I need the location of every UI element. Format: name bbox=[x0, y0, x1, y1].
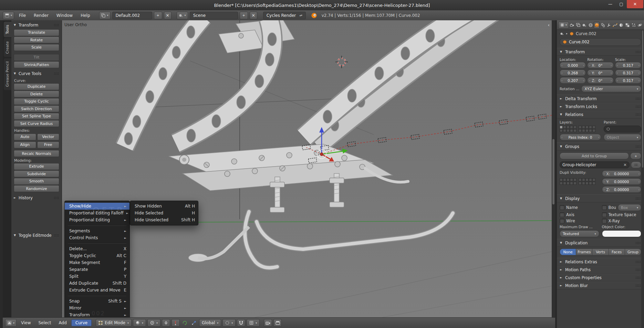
section-relations-header[interactable]: ▼ Relations bbox=[557, 110, 644, 118]
snap-element-selector[interactable]: ▾ bbox=[247, 319, 260, 327]
display-texture-space-checkbox[interactable]: Texture Space bbox=[602, 212, 642, 217]
unlink-group-icon[interactable]: ✕ bbox=[623, 162, 627, 167]
tab-particles[interactable] bbox=[631, 22, 636, 29]
set-spline-type-button[interactable]: Set Spline Type bbox=[14, 113, 59, 120]
parent-object-field[interactable] bbox=[604, 126, 641, 133]
mode-selector[interactable]: Edit Mode ▾ bbox=[96, 319, 132, 327]
shrink-fatten-button[interactable]: Shrink/Fatten bbox=[14, 61, 59, 68]
display-wire-checkbox[interactable]: Wire bbox=[560, 219, 599, 223]
parent-type-select[interactable]: Object ▾ bbox=[604, 134, 641, 141]
menu-item-add-duplicate[interactable]: Add Duplicate Shift D bbox=[65, 280, 129, 287]
scale-button[interactable]: Scale bbox=[14, 44, 59, 51]
screen-layout-delete-button[interactable]: ✕ bbox=[164, 12, 172, 19]
viewport-scrollbar[interactable] bbox=[552, 20, 555, 317]
panel-transform-header[interactable]: ▼ Transform bbox=[14, 21, 59, 29]
bounds-type-select[interactable]: Box ▾ bbox=[618, 204, 641, 211]
display-xray-checkbox[interactable]: X-Ray bbox=[602, 219, 642, 223]
layers-widget[interactable] bbox=[560, 126, 601, 133]
tab-render[interactable] bbox=[569, 22, 575, 29]
menu-item-proportional-editing-falloff[interactable]: Proportional Editing Falloff ► bbox=[65, 210, 129, 216]
opengl-render-button[interactable] bbox=[264, 319, 272, 327]
new-group-button[interactable]: ＋ bbox=[630, 152, 641, 159]
menu-view[interactable]: View bbox=[18, 319, 34, 326]
section-transform-locks-header[interactable]: ► Transform Locks bbox=[557, 103, 644, 110]
section-motion-paths-header[interactable]: ► Motion Paths bbox=[557, 266, 644, 274]
maximize-button[interactable]: ▢ bbox=[616, 0, 627, 8]
rotation-mode-select[interactable]: XYZ Euler ▾ bbox=[581, 85, 641, 92]
display-bounds-checkbox[interactable]: Bou bbox=[602, 205, 616, 210]
duplication-group-option[interactable]: Group bbox=[625, 249, 641, 255]
pivot-point-selector[interactable]: ▾ bbox=[147, 319, 160, 327]
manipulator-scale-toggle[interactable] bbox=[190, 319, 198, 326]
duplication-none-option[interactable]: None bbox=[560, 249, 576, 255]
panel-curve-tools-header[interactable]: ▼ Curve Tools bbox=[14, 70, 59, 77]
scrollbar-thumb[interactable] bbox=[642, 30, 643, 168]
location-x-field[interactable]: 0.000 bbox=[560, 62, 586, 68]
display-name-checkbox[interactable]: Name bbox=[560, 204, 599, 211]
tab-physics[interactable] bbox=[637, 22, 643, 29]
menu-add[interactable]: Add bbox=[56, 319, 70, 326]
tab-object-data[interactable] bbox=[612, 22, 618, 29]
duplication-faces-option[interactable]: Faces bbox=[609, 249, 625, 255]
scale-y-field[interactable]: 0.317 bbox=[615, 70, 641, 76]
handles-align-button[interactable]: Align bbox=[14, 141, 36, 148]
menu-item-show-hidden[interactable]: Show Hidden Alt H bbox=[130, 203, 198, 210]
menu-window[interactable]: Window bbox=[53, 12, 76, 19]
extrude-button[interactable]: Extrude bbox=[14, 163, 59, 170]
location-z-field[interactable]: 0.207 bbox=[560, 77, 586, 84]
editor-type-button[interactable]: ▾ bbox=[5, 319, 17, 327]
recalc-normals-button[interactable]: Recalc Normals bbox=[14, 150, 59, 157]
add-to-group-button[interactable]: Add to Group bbox=[560, 152, 629, 159]
section-duplication-header[interactable]: ▼ Duplication bbox=[557, 239, 644, 247]
smooth-button[interactable]: Smooth bbox=[14, 178, 59, 185]
scrollbar-thumb[interactable] bbox=[552, 139, 554, 204]
editor-type-button[interactable]: ▾ bbox=[3, 12, 14, 19]
menu-item-separate[interactable]: Separate P bbox=[65, 266, 129, 273]
randomize-button[interactable]: Randomize bbox=[14, 185, 59, 192]
handles-auto-button[interactable]: Auto bbox=[14, 134, 36, 140]
screen-layout-browse-button[interactable]: ▾ bbox=[99, 12, 111, 19]
tab-material[interactable] bbox=[619, 22, 624, 29]
menu-item-mirror[interactable]: Mirror ► bbox=[65, 305, 129, 311]
editor-type-button[interactable]: ▾ bbox=[558, 22, 569, 29]
scale-x-field[interactable]: 0.317 bbox=[615, 62, 641, 68]
object-name-field[interactable]: Curve.002 bbox=[560, 38, 641, 46]
rotation-y-field[interactable]: Y:0° bbox=[587, 70, 613, 76]
panel-toggle-editmode-header[interactable]: ▼ Toggle Editmode bbox=[14, 232, 59, 239]
scene-delete-button[interactable]: ✕ bbox=[250, 12, 257, 19]
menu-item-segments[interactable]: Segments ► bbox=[65, 228, 129, 234]
menu-item-split[interactable]: Split Y bbox=[65, 273, 129, 280]
handles-free-button[interactable]: Free bbox=[37, 141, 60, 148]
duplication-frames-option[interactable]: Frames bbox=[576, 249, 592, 255]
panel-history-header[interactable]: ► History bbox=[14, 194, 59, 201]
duplicate-button[interactable]: Duplicate bbox=[14, 83, 59, 90]
menu-render[interactable]: Render bbox=[31, 12, 52, 19]
manipulator-translate-toggle[interactable] bbox=[172, 319, 180, 327]
pivot-align-toggle[interactable] bbox=[162, 319, 170, 327]
subdivide-button[interactable]: Subdivide bbox=[14, 170, 59, 177]
menu-item-control-points[interactable]: Control Points ► bbox=[65, 234, 129, 241]
translate-button[interactable]: Translate bbox=[14, 29, 59, 36]
menu-item-snap[interactable]: Snap Shift S ► bbox=[65, 298, 129, 305]
display-axis-checkbox[interactable]: Axis bbox=[560, 212, 599, 217]
snap-toggle[interactable] bbox=[237, 319, 245, 327]
menu-item-make-segment[interactable]: Make Segment F bbox=[65, 259, 129, 266]
section-groups-header[interactable]: ▼ Groups bbox=[557, 142, 644, 150]
transform-orientation-select[interactable]: Global ▾ bbox=[199, 319, 221, 327]
group-name-field[interactable]: Group-Helicopter ✕ bbox=[560, 161, 630, 168]
tab-scene[interactable] bbox=[582, 22, 588, 29]
section-custom-properties-header[interactable]: ► Custom Properties bbox=[557, 274, 644, 282]
menu-item-hide-selected[interactable]: Hide Selected H bbox=[130, 210, 198, 216]
rotate-button[interactable]: Rotate bbox=[14, 36, 59, 43]
section-delta-transform-header[interactable]: ► Delta Transform bbox=[557, 95, 644, 103]
dupli-visibility-layers[interactable] bbox=[560, 178, 599, 185]
properties-scrollbar[interactable] bbox=[641, 30, 644, 328]
screen-layout-add-button[interactable]: ＋ bbox=[154, 12, 162, 19]
shelf-tab-grease-pencil[interactable]: Grease Pencil bbox=[4, 58, 11, 90]
pass-index-field[interactable]: Pass Index: 0 bbox=[560, 134, 601, 140]
scene-add-button[interactable]: ＋ bbox=[240, 12, 248, 19]
maximum-draw-type-select[interactable]: Textured ▾ bbox=[560, 230, 599, 237]
menu-help[interactable]: Help bbox=[77, 12, 93, 19]
group-offset-z-field[interactable]: Z: 0.00000 bbox=[602, 186, 642, 193]
tab-constraints[interactable] bbox=[600, 22, 606, 29]
